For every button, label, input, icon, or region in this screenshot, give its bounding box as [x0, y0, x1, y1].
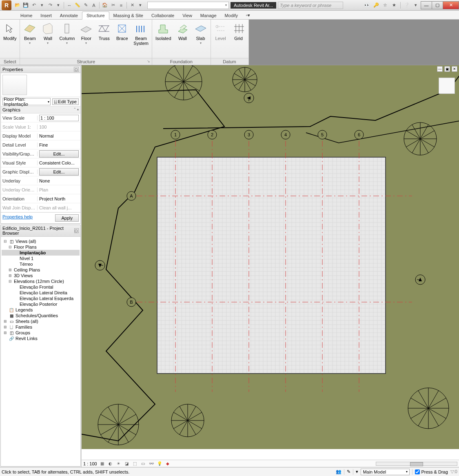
floor-button[interactable]: Floor▾	[77, 20, 95, 57]
search-input[interactable]: Type a keyword or phrase	[278, 2, 343, 9]
grid-button[interactable]: Grid	[230, 20, 248, 57]
open-icon[interactable]: 📂	[14, 2, 21, 9]
undo-drop-icon[interactable]: ▾	[38, 2, 46, 9]
view-scale-label[interactable]: 1 : 100	[83, 461, 97, 466]
editable-only-icon[interactable]: ✎	[347, 469, 350, 474]
measure-icon[interactable]: ↔	[66, 2, 73, 9]
tree-toggle-icon[interactable]: ⊞	[3, 331, 7, 335]
wall-button[interactable]: Wall▾	[39, 20, 57, 57]
tab-annotate[interactable]: Annotate	[56, 12, 82, 19]
property-value[interactable]: Plan	[38, 187, 80, 192]
view-close-icon[interactable]: ✕	[452, 66, 457, 72]
tree-item[interactable]: Elevação Lateral Esquerda	[2, 296, 80, 301]
tree-item[interactable]: ⊞▭Sheets (all)	[2, 318, 80, 324]
tree-item[interactable]: Elevação Frontal	[2, 284, 80, 290]
key-icon[interactable]: 🔑	[373, 2, 380, 9]
tab-manage[interactable]: Manage	[196, 12, 221, 19]
maximize-button[interactable]: ▢	[432, 1, 443, 9]
app-menu-button[interactable]: R	[2, 0, 11, 10]
tree-item[interactable]: ⊞◫Groups	[2, 330, 80, 336]
align-dim-icon[interactable]: 📏	[74, 2, 81, 9]
property-value[interactable]: Fine	[38, 142, 80, 147]
edit-button[interactable]: Edit...	[39, 168, 79, 176]
temp-hide-icon[interactable]: 👓	[149, 461, 154, 467]
switch-windows-icon[interactable]: ▾	[137, 2, 144, 9]
star-outline-icon[interactable]: ☆	[381, 2, 389, 9]
redo-icon[interactable]: ↷	[47, 2, 54, 9]
property-value[interactable]: 100	[38, 125, 80, 129]
property-value[interactable]: None	[38, 178, 80, 183]
column-button[interactable]: Column▾	[57, 20, 77, 57]
tree-item[interactable]: ⊞3D Views	[2, 273, 80, 278]
tree-item[interactable]: ⊞🀆Families	[2, 324, 80, 330]
tree-toggle-icon[interactable]: ⊞	[3, 319, 7, 323]
type-selector-drop[interactable]: Floor Plan: Implantação	[2, 98, 51, 105]
tree-item[interactable]: 🔗Revit Links	[2, 336, 80, 341]
property-input[interactable]	[39, 115, 79, 121]
properties-section-graphics[interactable]: Graphics⌃ ▴	[1, 107, 80, 113]
tree-item[interactable]: Térreo	[2, 261, 80, 267]
press-drag-checkbox[interactable]	[415, 469, 420, 474]
help-icon[interactable]: ❔	[403, 2, 410, 9]
tree-toggle-icon[interactable]: ⊟	[3, 239, 7, 243]
recent-files-drop[interactable]	[147, 2, 229, 9]
tab-collaborate[interactable]: Collaborate	[147, 12, 178, 19]
foundation-wall-button[interactable]: Wall	[174, 20, 192, 57]
property-value[interactable]: Normal	[38, 133, 80, 138]
crop-view-icon[interactable]: ⬚	[132, 461, 138, 467]
slab-button[interactable]: Slab▾	[192, 20, 210, 57]
tree-item[interactable]: Elevação Posterior	[2, 301, 80, 307]
tab-expand-icon[interactable]: ▫▾	[242, 11, 254, 19]
project-browser-header[interactable]: Edificio_Inicio_R2011 - Project Browser …	[1, 225, 80, 237]
navigation-cube[interactable]	[439, 78, 455, 94]
close-windows-icon[interactable]: ✕	[129, 2, 136, 9]
show-crop-icon[interactable]: ▭	[140, 461, 146, 467]
dialog-launcher-icon[interactable]: ↘	[147, 59, 150, 63]
truss-button[interactable]: Truss	[95, 20, 113, 57]
save-icon[interactable]: 💾	[22, 2, 29, 9]
property-value[interactable]	[38, 115, 80, 121]
reveal-hidden-icon[interactable]: 💡	[157, 461, 162, 467]
tree-item[interactable]: 📋Legends	[2, 307, 80, 313]
panel-close-icon[interactable]: ▢	[74, 228, 79, 233]
minimize-button[interactable]: —	[421, 1, 432, 9]
tag-icon[interactable]: ✎	[82, 2, 89, 9]
binoculars-icon[interactable]: 👀	[364, 2, 371, 9]
edit-button[interactable]: Edit...	[39, 150, 79, 158]
default-3d-icon[interactable]: 🏠	[101, 2, 109, 9]
press-drag-toggle[interactable]: Press & Drag	[415, 469, 448, 474]
tree-toggle-icon[interactable]: ⊞	[8, 274, 12, 278]
isolated-button[interactable]: Isolated	[153, 20, 174, 57]
detail-level-icon[interactable]: ▦	[100, 461, 105, 467]
tree-item[interactable]: ⊟Elevations (12mm Circle)	[2, 278, 80, 284]
beam-system-button[interactable]: BeamSystem	[131, 20, 151, 57]
property-value[interactable]: Edit...	[38, 150, 80, 158]
brace-button[interactable]: Brace	[113, 20, 131, 57]
properties-help-link[interactable]: Properties help	[2, 214, 33, 222]
tab-modify[interactable]: Modify	[221, 12, 242, 19]
tree-toggle-icon[interactable]: ⊞	[8, 268, 12, 272]
undo-icon[interactable]: ↶	[30, 2, 38, 9]
property-value[interactable]: Project North	[38, 196, 80, 201]
property-value[interactable]: Edit...	[38, 168, 80, 176]
view-restore-icon[interactable]: ▣	[444, 66, 450, 72]
tree-item[interactable]: ⊟Floor Plans	[2, 244, 80, 250]
worksets-icon[interactable]: 👥	[336, 469, 341, 474]
tree-toggle-icon[interactable]: ⊟	[8, 245, 12, 249]
close-button[interactable]: ✕	[443, 1, 459, 9]
tree-item[interactable]: Elevação Lateral Direita	[2, 290, 80, 296]
visual-style-icon[interactable]: ◐	[108, 461, 113, 467]
edit-type-button[interactable]: ⌸Edit Type	[52, 98, 79, 105]
tree-item[interactable]: ▦Schedules/Quantities	[2, 313, 80, 318]
tree-item[interactable]: Implantação	[2, 250, 80, 256]
beam-button[interactable]: Beam▾	[21, 20, 39, 57]
worksharing-icon[interactable]: ◆	[165, 461, 171, 467]
tree-toggle-icon[interactable]: ⊞	[3, 325, 7, 329]
tab-home[interactable]: Home	[16, 12, 36, 19]
redo-drop-icon[interactable]: ▾	[55, 2, 62, 9]
shadows-icon[interactable]: ◪	[124, 461, 130, 467]
sun-path-icon[interactable]: ☀	[116, 461, 122, 467]
help-drop-icon[interactable]: ▾	[412, 2, 419, 9]
drawing-canvas[interactable]: 123456AB	[82, 65, 459, 460]
thin-lines-icon[interactable]: ≡	[118, 2, 125, 9]
